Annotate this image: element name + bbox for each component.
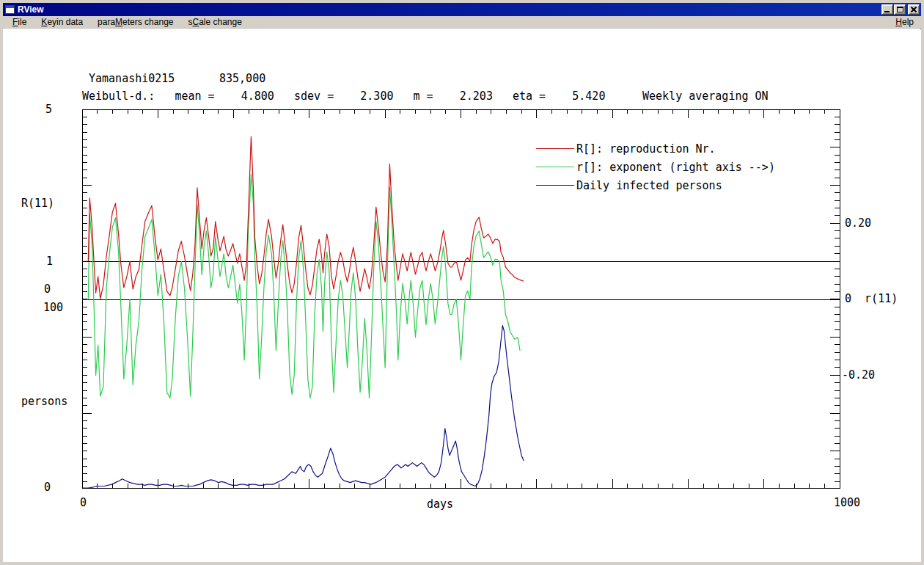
menu-parameters-change[interactable]: paraMeters change [93,16,177,29]
menu-help[interactable]: Help [891,16,918,29]
menu-label-post: elp [902,17,914,27]
maximize-icon [897,7,903,12]
app-window: RView File Keyin data paraMeters change … [0,0,924,565]
minimize-button[interactable] [881,4,893,15]
menu-label-post: eters change [122,17,173,27]
menu-label-key: M [115,17,122,27]
menu-label-pre: para [98,17,115,27]
title-bar: RView [3,3,921,16]
menu-label-key: C [193,17,199,27]
maximize-button[interactable] [894,4,906,15]
menu-label-key: H [895,17,902,27]
menu-label-post: ale change [199,17,242,27]
window-title: RView [18,3,881,16]
close-button[interactable] [908,4,920,15]
menu-keyin-data[interactable]: Keyin data [37,16,87,29]
close-icon [909,5,919,14]
menu-label-post: eyin data [47,17,83,27]
app-icon [5,5,15,14]
minimize-icon [884,11,890,12]
menu-bar: File Keyin data paraMeters change sCale … [3,16,921,29]
menu-file[interactable]: File [8,16,31,29]
menu-scale-change[interactable]: sCale change [184,16,246,29]
chart-client-area [3,29,921,562]
menu-label-post: ile [18,17,26,27]
